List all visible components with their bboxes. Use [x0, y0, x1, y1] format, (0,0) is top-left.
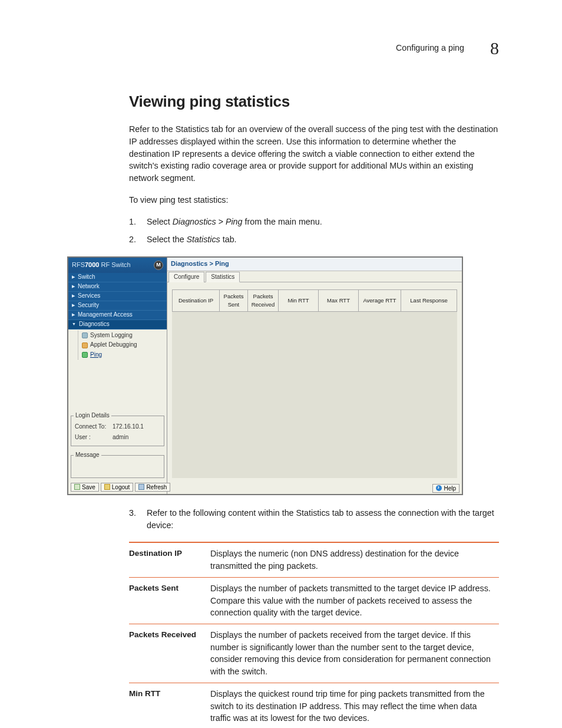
debug-icon [82, 342, 88, 348]
chapter-number: 8 [490, 35, 499, 61]
col-last-response[interactable]: Last Response [401, 290, 457, 312]
nav-item-services[interactable]: ▶Services [68, 292, 167, 301]
refresh-icon [138, 484, 144, 490]
definition-description: Displays the number of packets received … [210, 624, 499, 683]
tab-configure[interactable]: Configure [168, 272, 204, 283]
step-3-text: Refer to the following content within th… [147, 508, 494, 530]
login-details-title: Login Details [74, 411, 111, 420]
col-max-rtt[interactable]: Max RTT [319, 290, 359, 312]
app-window: RFS7000 RF Switch M ▶Switch ▶Network ▶Se… [67, 256, 463, 495]
step-1-text: Select Diagnostics > Ping from the main … [147, 217, 322, 226]
definition-row: Packets SentDisplays the number of packe… [129, 577, 499, 624]
logout-icon [104, 484, 110, 490]
intro-paragraph: Refer to the Statistics tab for an overv… [129, 123, 499, 185]
message-title: Message [74, 451, 101, 460]
brand-text: RFS7000 RF Switch [72, 261, 131, 270]
statistics-grid: Destination IP Packets Sent Packets Rece… [172, 289, 457, 312]
connect-to-value: 172.16.10.1 [113, 423, 144, 431]
subnav-ping[interactable]: Ping [82, 350, 167, 360]
chevron-down-icon: ▼ [72, 321, 76, 327]
save-button[interactable]: Save [71, 483, 99, 492]
left-pane: RFS7000 RF Switch M ▶Switch ▶Network ▶Se… [68, 258, 167, 494]
step-3: 3. Refer to the following content within… [129, 507, 499, 531]
left-button-bar: Save Logout Refresh [68, 480, 167, 494]
nav-item-management[interactable]: ▶Management Access [68, 311, 167, 320]
nav-item-network[interactable]: ▶Network [68, 282, 167, 292]
help-icon [436, 485, 442, 491]
right-pane: Diagnostics > Ping Configure Statistics … [167, 258, 462, 494]
chevron-right-icon: ▶ [72, 302, 75, 308]
col-destination-ip[interactable]: Destination IP [173, 290, 220, 312]
page-header: Configuring a ping 8 [63, 35, 499, 61]
nav: ▶Switch ▶Network ▶Services ▶Security ▶Ma… [68, 273, 167, 330]
col-min-rtt[interactable]: Min RTT [279, 290, 319, 312]
chevron-right-icon: ▶ [72, 293, 75, 299]
login-details-panel: Login Details Connect To:172.16.10.1 Use… [71, 411, 164, 446]
nav-item-switch[interactable]: ▶Switch [68, 273, 167, 282]
nav-item-diagnostics[interactable]: ▼Diagnostics [68, 320, 167, 330]
step-1: 1. Select Diagnostics > Ping from the ma… [129, 216, 499, 228]
step-2: 2. Select the Statistics tab. [129, 233, 499, 246]
chevron-right-icon: ▶ [72, 284, 75, 289]
definition-term: Destination IP [129, 542, 210, 577]
breadcrumb: Diagnostics > Ping [167, 258, 462, 271]
subnav-system-logging[interactable]: System Logging [82, 331, 167, 341]
subnav-applet-debugging[interactable]: Applet Debugging [82, 340, 167, 350]
message-panel: Message [71, 451, 164, 478]
save-icon [74, 484, 80, 490]
definition-description: Displays the quickest round trip time fo… [210, 683, 499, 728]
definition-table: Destination IPDisplays the numeric (non … [129, 542, 499, 728]
refresh-button[interactable]: Refresh [135, 483, 170, 492]
definition-description: Displays the numeric (non DNS address) d… [210, 542, 499, 577]
ping-icon [82, 352, 88, 358]
logout-button[interactable]: Logout [101, 483, 134, 492]
tab-statistics[interactable]: Statistics [206, 272, 240, 283]
definition-term: Packets Sent [129, 577, 210, 624]
step-2-text: Select the Statistics tab. [147, 235, 237, 244]
chevron-right-icon: ▶ [72, 274, 75, 280]
definition-description: Displays the number of packets transmitt… [210, 577, 499, 624]
page-title: Viewing ping statistics [129, 91, 499, 113]
tab-bar: Configure Statistics [167, 271, 462, 283]
lead-paragraph: To view ping test statistics: [129, 194, 499, 206]
motorola-logo-icon: M [154, 261, 163, 270]
nav-item-security[interactable]: ▶Security [68, 301, 167, 311]
definition-row: Min RTTDisplays the quickest round trip … [129, 683, 499, 728]
definition-row: Packets ReceivedDisplays the number of p… [129, 624, 499, 683]
user-value: admin [113, 433, 128, 442]
connect-to-label: Connect To: [75, 423, 109, 431]
definition-row: Destination IPDisplays the numeric (non … [129, 542, 499, 577]
help-button[interactable]: Help [432, 484, 459, 493]
grid-body-empty [172, 312, 457, 478]
running-head: Configuring a ping [396, 42, 464, 54]
col-packets-received[interactable]: Packets Received [248, 290, 279, 312]
user-label: User : [75, 433, 109, 442]
definition-term: Packets Received [129, 624, 210, 683]
log-icon [82, 332, 88, 338]
definition-term: Min RTT [129, 683, 210, 728]
brand-bar: RFS7000 RF Switch M [68, 258, 167, 273]
col-average-rtt[interactable]: Average RTT [359, 290, 401, 312]
col-packets-sent[interactable]: Packets Sent [220, 290, 248, 312]
subnav: System Logging Applet Debugging Ping [68, 330, 167, 364]
chevron-right-icon: ▶ [72, 312, 75, 318]
